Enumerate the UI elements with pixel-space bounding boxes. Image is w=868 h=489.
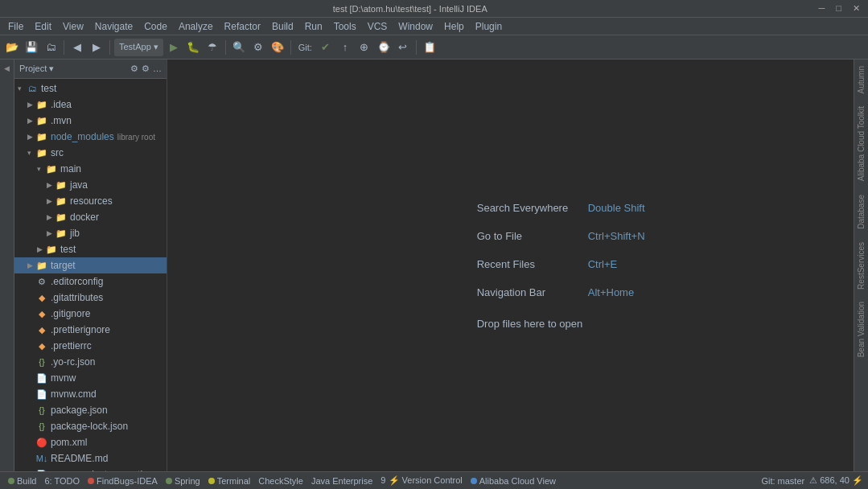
toolbar-save-btn[interactable]: 💾 xyxy=(23,39,40,56)
tree-item-prettierignore[interactable]: ◆.prettierignore xyxy=(14,322,167,338)
tree-label-readme-md: README.md xyxy=(51,453,108,464)
tree-item-idea[interactable]: ▶📁.idea xyxy=(14,97,167,113)
status-checkstyle[interactable]: CheckStyle xyxy=(255,472,306,489)
tree-item-package-lock-json[interactable]: {}package-lock.json xyxy=(14,418,167,434)
tree-label-prettierignore: .prettierignore xyxy=(51,324,110,335)
toolbar-run-btn[interactable]: ▶ xyxy=(165,39,183,56)
toolbar-git-history-btn[interactable]: ⌚ xyxy=(375,39,393,56)
toolbar-save-all-btn[interactable]: 🗂 xyxy=(42,39,60,56)
menu-view[interactable]: View xyxy=(58,19,88,34)
toolbar-forward-btn[interactable]: ▶ xyxy=(88,39,105,56)
menu-tools[interactable]: Tools xyxy=(329,19,361,34)
menu-code[interactable]: Code xyxy=(139,19,172,34)
right-strip-rest[interactable]: RestServices xyxy=(855,236,867,296)
toolbar-search-btn[interactable]: 🔍 xyxy=(230,39,248,56)
menu-analyze[interactable]: Analyze xyxy=(174,19,218,34)
spring-dot xyxy=(166,478,172,484)
status-findbugs[interactable]: FindBugs-IDEA xyxy=(84,472,161,489)
tree-item-gitignore[interactable]: ◆.gitignore xyxy=(14,306,167,322)
menu-edit[interactable]: Edit xyxy=(30,19,56,34)
sidebar-gear-icon[interactable]: ⚙ xyxy=(130,64,138,74)
tree-item-gitattributes[interactable]: ◆.gitattributes xyxy=(14,290,167,306)
menu-navigate[interactable]: Navigate xyxy=(90,19,138,34)
tree-icon-package-json: {} xyxy=(35,405,48,415)
tree-item-src[interactable]: ▾📁src xyxy=(14,145,167,161)
menu-vcs[interactable]: VCS xyxy=(363,19,393,34)
right-strip-autumn[interactable]: Autumn xyxy=(855,60,867,100)
menu-refactor[interactable]: Refactor xyxy=(220,19,265,34)
tree-label-gitattributes: .gitattributes xyxy=(51,292,103,303)
left-strip-btn-1[interactable]: ◀ xyxy=(2,63,13,74)
cloud-view-label: Alibaba Cloud View xyxy=(479,476,556,486)
tree-item-mvnw-cmd[interactable]: 📄mvnw.cmd xyxy=(14,386,167,402)
tree-icon-pom-xml: 🔴 xyxy=(35,438,48,448)
tree-arrow: ▶ xyxy=(47,197,55,205)
tree-label-pom-xml: pom.xml xyxy=(51,437,87,448)
toolbar-git-revert-btn[interactable]: ↩ xyxy=(394,39,412,56)
close-button[interactable]: ✕ xyxy=(849,3,863,14)
tree-arrow: ▶ xyxy=(47,213,55,221)
right-strip-bean[interactable]: Bean Validation xyxy=(855,295,867,364)
tree-item-editorconfig[interactable]: ⚙.editorconfig xyxy=(14,273,167,290)
tree-item-mvn[interactable]: ▶📁.mvn xyxy=(14,113,167,129)
version-control-label: 9 ⚡ Version Control xyxy=(381,475,462,486)
tree-item-readme-md[interactable]: M↓README.md xyxy=(14,450,167,466)
right-strip-alibaba[interactable]: Alibaba Cloud Toolkit xyxy=(855,100,867,187)
navigation-bar-shortcut[interactable]: Alt+Home xyxy=(588,286,634,298)
minimize-button[interactable]: ─ xyxy=(816,3,829,14)
tree-item-target[interactable]: ▶📁target xyxy=(14,257,167,273)
git-branch-label[interactable]: Git: master xyxy=(761,476,804,486)
terminal-label: Terminal xyxy=(217,476,251,486)
status-todo[interactable]: 6: TODO xyxy=(41,472,83,489)
search-everywhere-shortcut[interactable]: Double Shift xyxy=(588,202,645,214)
toolbar-debug-btn[interactable]: 🐛 xyxy=(184,39,202,56)
tree-item-resources[interactable]: ▶📁resources xyxy=(14,193,167,209)
menu-window[interactable]: Window xyxy=(393,19,438,34)
menu-file[interactable]: File xyxy=(3,19,28,34)
tree-item-mvnw[interactable]: 📄mvnw xyxy=(14,370,167,386)
toolbar-tail-btn[interactable]: 📋 xyxy=(421,39,438,56)
sidebar-settings-icon[interactable]: ⚙ xyxy=(142,64,150,74)
tree-item-pom-xml[interactable]: 🔴pom.xml xyxy=(14,434,167,450)
status-spring[interactable]: Spring xyxy=(162,472,204,489)
tree-item-node_modules[interactable]: ▶📁node_modules library root xyxy=(14,129,167,145)
status-java-enterprise[interactable]: Java Enterprise xyxy=(308,472,376,489)
tree-item-prettierrc[interactable]: ◆.prettierrc xyxy=(14,338,167,354)
status-version-control[interactable]: 9 ⚡ Version Control xyxy=(377,472,465,489)
toolbar-settings-btn[interactable]: ⚙ xyxy=(249,39,267,56)
status-build[interactable]: Build xyxy=(5,472,39,489)
checkstyle-label: CheckStyle xyxy=(258,476,303,486)
toolbar-git-label: Git: xyxy=(295,41,315,54)
file-tree: ▾🗂test▶📁.idea▶📁.mvn▶📁node_modules librar… xyxy=(14,79,167,471)
tree-item-package-json[interactable]: {}package.json xyxy=(14,402,167,418)
tree-item-docker[interactable]: ▶📁docker xyxy=(14,209,167,225)
tree-icon-jib: 📁 xyxy=(55,228,68,239)
menu-plugin[interactable]: Plugin xyxy=(471,19,507,34)
status-cloud-view[interactable]: Alibaba Cloud View xyxy=(467,472,559,489)
right-strip-database[interactable]: Database xyxy=(855,188,867,236)
maximize-button[interactable]: □ xyxy=(833,3,845,14)
status-terminal[interactable]: Terminal xyxy=(205,472,254,489)
tree-item-test-root[interactable]: ▾🗂test xyxy=(14,80,167,97)
toolbar-back-btn[interactable]: ◀ xyxy=(68,39,86,56)
tree-item-main[interactable]: ▾📁main xyxy=(14,161,167,177)
toolbar-theme-btn[interactable]: 🎨 xyxy=(269,39,286,56)
editor-area[interactable]: Search Everywhere Double Shift Go to Fil… xyxy=(167,60,854,471)
toolbar-open-btn[interactable]: 📂 xyxy=(3,39,21,56)
toolbar-coverage-btn[interactable]: ☂ xyxy=(204,39,221,56)
toolbar-git-update-btn[interactable]: ✔ xyxy=(317,39,335,56)
go-to-file-shortcut[interactable]: Ctrl+Shift+N xyxy=(588,230,645,242)
tree-item-yo-rc-json[interactable]: {}.yo-rc.json xyxy=(14,354,167,370)
tree-item-jib[interactable]: ▶📁jib xyxy=(14,225,167,241)
recent-files-shortcut[interactable]: Ctrl+E xyxy=(588,258,617,270)
tree-arrow: ▶ xyxy=(27,117,35,125)
toolbar-git-push-btn[interactable]: ⊕ xyxy=(356,39,373,56)
menu-help[interactable]: Help xyxy=(439,19,469,34)
toolbar-git-commit-btn[interactable]: ↑ xyxy=(336,39,354,56)
run-configuration-selector[interactable]: TestApp ▾ xyxy=(114,39,163,56)
sidebar-more-icon[interactable]: … xyxy=(153,64,162,74)
tree-item-test-dir[interactable]: ▶📁test xyxy=(14,241,167,257)
menu-build[interactable]: Build xyxy=(267,19,298,34)
menu-run[interactable]: Run xyxy=(300,19,327,34)
tree-item-java[interactable]: ▶📁java xyxy=(14,177,167,193)
